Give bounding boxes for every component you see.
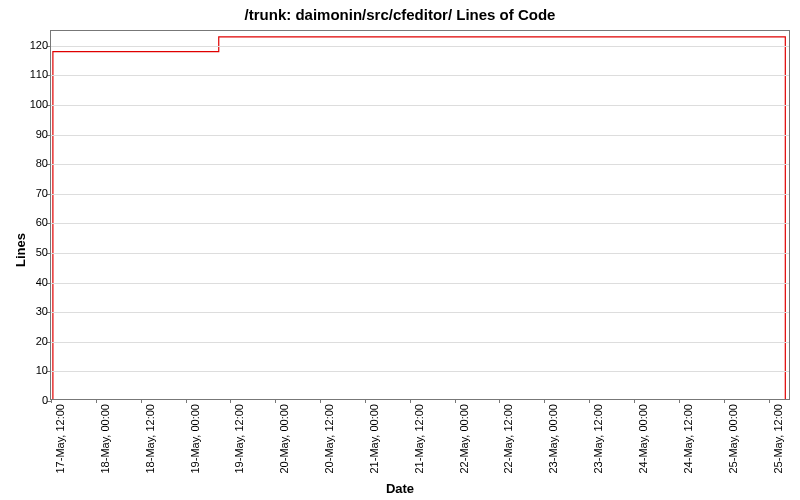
x-tick-label: 23-May, 12:00 bbox=[592, 404, 604, 474]
x-tick-mark bbox=[724, 399, 725, 403]
y-tick-label: 10 bbox=[8, 364, 48, 376]
x-tick-mark bbox=[410, 399, 411, 403]
x-tick-label: 17-May, 12:00 bbox=[54, 404, 66, 474]
grid-line bbox=[51, 223, 789, 224]
y-tick-label: 110 bbox=[8, 68, 48, 80]
grid-line bbox=[51, 164, 789, 165]
x-tick-mark bbox=[589, 399, 590, 403]
x-tick-mark bbox=[141, 399, 142, 403]
x-tick-mark bbox=[186, 399, 187, 403]
x-tick-label: 21-May, 12:00 bbox=[413, 404, 425, 474]
x-tick-label: 18-May, 12:00 bbox=[144, 404, 156, 474]
y-tick-label: 80 bbox=[8, 157, 48, 169]
grid-line bbox=[51, 46, 789, 47]
grid-line bbox=[51, 194, 789, 195]
y-tick-label: 70 bbox=[8, 187, 48, 199]
chart-title: /trunk: daimonin/src/cfeditor/ Lines of … bbox=[0, 6, 800, 23]
x-tick-mark bbox=[96, 399, 97, 403]
x-tick-mark bbox=[499, 399, 500, 403]
x-tick-mark bbox=[455, 399, 456, 403]
x-tick-label: 24-May, 12:00 bbox=[682, 404, 694, 474]
x-tick-label: 18-May, 00:00 bbox=[99, 404, 111, 474]
y-tick-label: 120 bbox=[8, 39, 48, 51]
x-axis-label: Date bbox=[0, 481, 800, 496]
grid-line bbox=[51, 371, 789, 372]
x-tick-label: 19-May, 12:00 bbox=[233, 404, 245, 474]
x-tick-mark bbox=[544, 399, 545, 403]
grid-line bbox=[51, 312, 789, 313]
x-tick-label: 21-May, 00:00 bbox=[368, 404, 380, 474]
line-series bbox=[51, 31, 789, 399]
y-tick-label: 0 bbox=[8, 394, 48, 406]
grid-line bbox=[51, 105, 789, 106]
x-tick-mark bbox=[230, 399, 231, 403]
x-tick-label: 20-May, 00:00 bbox=[278, 404, 290, 474]
x-tick-label: 22-May, 12:00 bbox=[502, 404, 514, 474]
y-tick-label: 30 bbox=[8, 305, 48, 317]
grid-line bbox=[51, 342, 789, 343]
x-tick-label: 22-May, 00:00 bbox=[458, 404, 470, 474]
y-tick-label: 100 bbox=[8, 98, 48, 110]
y-tick-label: 90 bbox=[8, 128, 48, 140]
x-tick-mark bbox=[275, 399, 276, 403]
y-tick-label: 40 bbox=[8, 276, 48, 288]
x-tick-mark bbox=[320, 399, 321, 403]
x-tick-mark bbox=[365, 399, 366, 403]
y-tick-label: 50 bbox=[8, 246, 48, 258]
x-tick-mark bbox=[634, 399, 635, 403]
grid-line bbox=[51, 135, 789, 136]
x-tick-label: 23-May, 00:00 bbox=[547, 404, 559, 474]
grid-line bbox=[51, 253, 789, 254]
plot-area bbox=[50, 30, 790, 400]
x-tick-mark bbox=[51, 399, 52, 403]
x-tick-label: 25-May, 00:00 bbox=[727, 404, 739, 474]
x-tick-label: 19-May, 00:00 bbox=[189, 404, 201, 474]
x-tick-label: 20-May, 12:00 bbox=[323, 404, 335, 474]
grid-line bbox=[51, 283, 789, 284]
y-tick-label: 60 bbox=[8, 216, 48, 228]
x-tick-label: 25-May, 12:00 bbox=[772, 404, 784, 474]
y-tick-label: 20 bbox=[8, 335, 48, 347]
x-tick-mark bbox=[769, 399, 770, 403]
grid-line bbox=[51, 75, 789, 76]
x-tick-mark bbox=[679, 399, 680, 403]
x-tick-label: 24-May, 00:00 bbox=[637, 404, 649, 474]
